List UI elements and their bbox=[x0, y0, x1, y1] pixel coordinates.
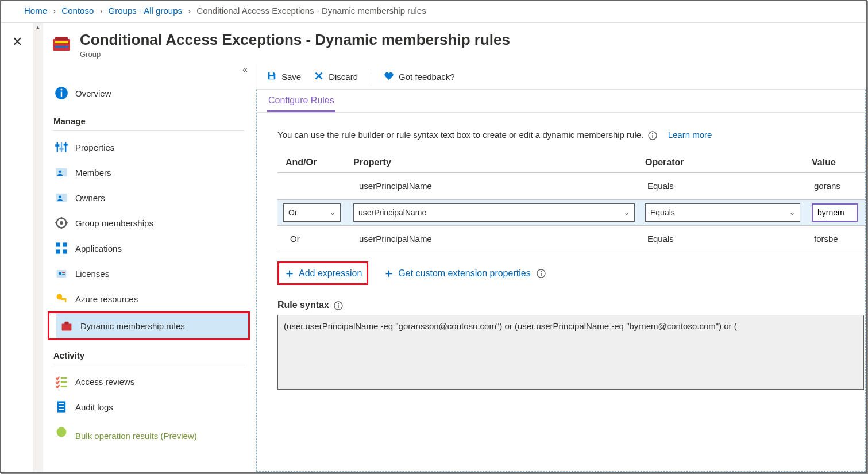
bulk-icon bbox=[55, 425, 68, 439]
svg-rect-33 bbox=[65, 299, 66, 302]
sidebar-item-group-memberships[interactable]: Group memberships bbox=[51, 210, 256, 236]
svg-rect-8 bbox=[61, 142, 62, 152]
sidebar-section-activity: Activity bbox=[53, 350, 256, 360]
gear-icon bbox=[55, 216, 68, 230]
info-icon[interactable] bbox=[648, 131, 657, 140]
action-links: ＋ Add expression ＋ Get custom extension … bbox=[277, 261, 865, 285]
sidebar-item-overview[interactable]: Overview bbox=[51, 80, 256, 106]
col-value: Value bbox=[812, 157, 865, 168]
grid-icon bbox=[55, 241, 68, 255]
plus-icon: ＋ bbox=[284, 265, 295, 281]
page-subtitle: Group bbox=[80, 50, 510, 59]
andor-dropdown[interactable]: Or⌄ bbox=[283, 203, 341, 222]
tabs: Configure Rules bbox=[257, 90, 865, 113]
breadcrumb-home[interactable]: Home bbox=[24, 6, 47, 16]
breadcrumb-current: Conditional Access Exceptions - Dynamic … bbox=[196, 6, 426, 16]
table-row[interactable]: userPrincipalName Equals gorans bbox=[277, 173, 865, 199]
info-icon[interactable] bbox=[537, 269, 546, 278]
svg-rect-37 bbox=[61, 381, 67, 383]
save-button[interactable]: Save bbox=[267, 71, 301, 83]
svg-rect-30 bbox=[62, 274, 65, 275]
person-icon bbox=[55, 191, 68, 205]
breadcrumb-contoso[interactable]: Contoso bbox=[61, 6, 94, 16]
chevron-down-icon: ⌄ bbox=[624, 209, 630, 217]
svg-rect-11 bbox=[59, 148, 63, 150]
scrollbar[interactable]: ▲ bbox=[33, 23, 43, 472]
sidebar-item-audit-logs[interactable]: Audit logs bbox=[51, 394, 256, 419]
operator-dropdown[interactable]: Equals⌄ bbox=[645, 203, 800, 222]
sidebar-item-dynamic-rules[interactable]: Dynamic membership rules bbox=[56, 313, 248, 338]
col-operator: Operator bbox=[645, 157, 812, 168]
svg-rect-44 bbox=[269, 72, 273, 75]
sidebar-item-owners[interactable]: Owners bbox=[51, 185, 256, 210]
close-panel-column: ✕ bbox=[1, 23, 33, 472]
rule-syntax-box[interactable]: (user.userPrincipalName -eq "goransson@c… bbox=[277, 315, 864, 390]
svg-rect-40 bbox=[59, 403, 64, 404]
group-icon bbox=[51, 33, 72, 54]
table-row-active[interactable]: Or⌄ userPrincipalName⌄ bbox=[277, 199, 865, 226]
svg-rect-23 bbox=[56, 242, 60, 246]
page-header: Conditional Access Exceptions - Dynamic … bbox=[43, 23, 866, 64]
sidebar-item-label: Access reviews bbox=[75, 377, 134, 387]
sidebar-item-label: Members bbox=[75, 168, 111, 178]
logs-icon bbox=[55, 400, 68, 414]
value-input[interactable] bbox=[812, 203, 858, 222]
close-icon[interactable]: ✕ bbox=[1, 34, 33, 49]
sidebar-item-label: Dynamic membership rules bbox=[80, 321, 185, 331]
svg-rect-41 bbox=[59, 406, 64, 407]
svg-rect-42 bbox=[59, 409, 64, 410]
svg-point-14 bbox=[59, 170, 61, 173]
breadcrumb: Home › Contoso › Groups - All groups › C… bbox=[1, 1, 866, 23]
col-andor: And/Or bbox=[277, 157, 352, 168]
svg-point-28 bbox=[59, 272, 61, 275]
divider bbox=[53, 130, 244, 131]
sidebar-item-bulk-operation[interactable]: Bulk operation results (Preview) bbox=[51, 419, 256, 445]
sidebar-item-azure-resources[interactable]: Azure resources bbox=[51, 286, 256, 311]
sliders-icon bbox=[55, 140, 68, 154]
cell-property: userPrincipalName bbox=[352, 181, 645, 191]
feedback-button[interactable]: Got feedback? bbox=[384, 71, 455, 83]
svg-point-6 bbox=[60, 88, 62, 90]
svg-rect-26 bbox=[63, 249, 67, 253]
sidebar-item-label: Group memberships bbox=[75, 218, 153, 228]
property-dropdown[interactable]: userPrincipalName⌄ bbox=[353, 203, 635, 222]
svg-rect-7 bbox=[57, 142, 58, 152]
sidebar-item-label: Overview bbox=[75, 88, 111, 98]
rule-table: And/Or Property Operator Value userPrinc… bbox=[277, 157, 865, 252]
sidebar-item-properties[interactable]: Properties bbox=[51, 134, 256, 160]
svg-rect-45 bbox=[269, 76, 273, 79]
chevron-down-icon: ⌄ bbox=[330, 209, 335, 217]
discard-button[interactable]: Discard bbox=[314, 71, 358, 83]
sidebar-item-licenses[interactable]: Licenses bbox=[51, 261, 256, 286]
svg-point-18 bbox=[60, 221, 63, 225]
sidebar-section-manage: Manage bbox=[53, 116, 256, 126]
cell-operator: Equals bbox=[645, 234, 812, 244]
svg-rect-24 bbox=[63, 242, 67, 246]
get-extension-properties-button[interactable]: ＋ Get custom extension properties bbox=[379, 262, 552, 284]
cell-value: forsbe bbox=[812, 234, 865, 244]
sidebar-item-label: Owners bbox=[75, 193, 105, 203]
sidebar-item-members[interactable]: Members bbox=[51, 160, 256, 185]
scroll-up-icon[interactable]: ▲ bbox=[35, 24, 41, 30]
table-header: And/Or Property Operator Value bbox=[277, 157, 865, 173]
svg-rect-0 bbox=[53, 39, 70, 51]
tab-configure-rules[interactable]: Configure Rules bbox=[267, 90, 335, 112]
rule-syntax-label: Rule syntax bbox=[277, 300, 865, 310]
cell-andor: Or bbox=[277, 234, 352, 244]
svg-rect-5 bbox=[61, 92, 62, 97]
svg-rect-35 bbox=[64, 322, 68, 325]
toolbar-label: Save bbox=[281, 72, 301, 82]
table-row[interactable]: Or userPrincipalName Equals forsbe bbox=[277, 226, 865, 252]
sidebar-item-access-reviews[interactable]: Access reviews bbox=[51, 369, 256, 394]
collapse-sidebar-icon[interactable]: « bbox=[242, 64, 248, 75]
sidebar-item-applications[interactable]: Applications bbox=[51, 236, 256, 261]
cell-property: userPrincipalName bbox=[352, 234, 645, 244]
breadcrumb-groups[interactable]: Groups - All groups bbox=[109, 6, 182, 16]
info-icon[interactable] bbox=[334, 301, 343, 310]
heart-icon bbox=[384, 71, 394, 83]
chevron-right-icon: › bbox=[188, 6, 191, 16]
svg-rect-38 bbox=[61, 386, 67, 387]
svg-rect-34 bbox=[62, 323, 72, 330]
learn-more-link[interactable]: Learn more bbox=[668, 130, 712, 140]
add-expression-button[interactable]: ＋ Add expression bbox=[277, 261, 368, 285]
